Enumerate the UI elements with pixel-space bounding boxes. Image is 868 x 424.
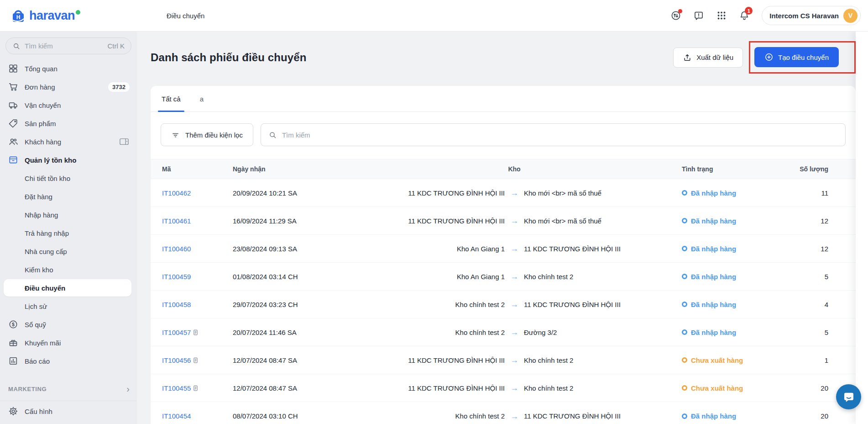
table-row[interactable]: IT10045512/07/2024 08:47 SA11 KDC TRƯƠNG… [151, 374, 856, 402]
status-badge: Đã nhập hàng [682, 217, 773, 225]
truck-icon [8, 100, 18, 110]
panel-icon[interactable] [119, 137, 130, 146]
table-row[interactable]: IT10045829/07/2024 03:23 CHKho chính tes… [151, 291, 856, 318]
table-row[interactable]: IT10045901/08/2024 03:14 CHKho An Giang … [151, 263, 856, 291]
sidebar-item-8[interactable]: Nhập hàng [0, 206, 137, 224]
warehouse-route: Kho chính test 2→11 KDC TRƯƠNG ĐÌNH HỘI … [347, 412, 682, 420]
report-icon [8, 356, 18, 366]
transfer-code-link[interactable]: IT100459 [162, 273, 191, 281]
status-ring-icon [682, 413, 687, 419]
transfer-code-link[interactable]: IT100461 [162, 217, 191, 225]
chevron-right-icon: › [126, 384, 130, 393]
count-badge: 3732 [108, 82, 130, 92]
table-search-box[interactable] [261, 123, 846, 146]
tab-0[interactable]: Tất cả [161, 86, 182, 111]
warehouse-from: Kho An Giang 1 [347, 245, 507, 253]
quantity: 5 [773, 329, 828, 336]
sidebar-item-0[interactable]: Tổng quan [0, 59, 137, 78]
export-button[interactable]: Xuất dữ liệu [673, 48, 743, 68]
status-badge: Đã nhập hàng [682, 245, 773, 253]
apps-grid-button[interactable] [712, 6, 731, 25]
sidebar-item-1[interactable]: Đơn hàng3732 [0, 78, 137, 96]
feedback-button[interactable] [690, 6, 708, 25]
sidebar-item-15[interactable]: Khuyến mãi [0, 334, 137, 352]
warehouse-route: Kho chính test 2→11 KDC TRƯƠNG ĐÌNH HỘI … [347, 300, 682, 308]
sidebar-item-9[interactable]: Trả hàng nhập [0, 224, 137, 242]
sidebar-item-16[interactable]: Báo cáo [0, 352, 137, 370]
sidebar-item-14[interactable]: $Sổ quỹ [0, 315, 137, 334]
grid-icon [8, 64, 18, 74]
table-header: Mã Ngày nhận Kho Tình trạng Số lượng [151, 159, 856, 179]
account-name: Intercom CS Haravan [769, 12, 839, 20]
inventory-icon [8, 155, 18, 165]
create-transfer-button[interactable]: Tạo điều chuyển [754, 47, 839, 67]
sidebar-item-settings[interactable]: Cấu hình [0, 402, 137, 420]
sidebar-item-10[interactable]: Nhà cung cấp [0, 242, 137, 260]
warehouse-from: 11 KDC TRƯƠNG ĐÌNH HỘI III [347, 217, 507, 225]
sidebar-item-label: Nhà cung cấp [25, 248, 67, 255]
receive-date: 12/07/2024 08:47 SA [233, 384, 347, 392]
scrollbar-track[interactable] [856, 32, 868, 424]
transfer-list-card: Tất cảa Thêm điều kiện lọc Mã Ngày nhận … [151, 86, 856, 424]
warehouse-route: 11 KDC TRƯƠNG ĐÌNH HỘI III→Kho mới <br> … [347, 189, 682, 197]
sidebar-section-marketing[interactable]: MARKETING › [0, 380, 137, 398]
sidebar-search-input[interactable]: Tìm kiếm Ctrl K [5, 37, 131, 54]
sidebar-item-6[interactable]: Chi tiết tồn kho [0, 169, 137, 187]
table-search-input[interactable] [282, 131, 838, 139]
sidebar-item-label: Kiểm kho [25, 266, 53, 274]
feedback-icon [693, 10, 704, 21]
sidebar-item-7[interactable]: Đặt hàng [0, 187, 137, 206]
chat-smile-icon [842, 390, 856, 404]
arrow-right-icon: → [507, 412, 521, 420]
sidebar-item-3[interactable]: Sản phẩm [0, 114, 137, 132]
sidebar-nav: Tổng quanĐơn hàng3732Vận chuyểnSản phẩmK… [0, 59, 137, 370]
quantity: 1 [773, 356, 828, 364]
warehouse-to: 11 KDC TRƯƠNG ĐÌNH HỘI III [521, 245, 682, 253]
document-icon [192, 357, 199, 364]
sidebar-item-label: Đơn hàng [25, 83, 55, 91]
page-title: Danh sách phiếu điều chuyển [151, 51, 306, 64]
sidebar-divider [0, 401, 137, 401]
sidebar-item-4[interactable]: Khách hàng [0, 132, 137, 151]
add-filter-button[interactable]: Thêm điều kiện lọc [161, 123, 253, 146]
sidebar-item-12[interactable]: Điều chuyển [4, 279, 131, 297]
intercom-chat-button[interactable] [836, 384, 861, 409]
status-badge: Đã nhập hàng [682, 273, 773, 281]
transfer-code-link[interactable]: IT100458 [162, 301, 191, 308]
notifications-button[interactable]: 1 [735, 6, 753, 25]
warehouse-route: 11 KDC TRƯƠNG ĐÌNH HỘI III→Kho mới <br> … [347, 217, 682, 225]
table-row[interactable]: IT10046116/09/2024 11:29 SA11 KDC TRƯƠNG… [151, 207, 856, 235]
transfer-code-link[interactable]: IT100457 [162, 329, 191, 336]
sidebar-item-11[interactable]: Kiểm kho [0, 260, 137, 279]
table-row[interactable]: IT10046023/08/2024 09:13 SAKho An Giang … [151, 235, 856, 263]
tab-1[interactable]: a [199, 86, 204, 111]
table-row[interactable]: IT10045612/07/2024 08:47 SA11 KDC TRƯƠNG… [151, 346, 856, 374]
sidebar-item-label: Khách hàng [25, 138, 61, 146]
avatar: V [843, 9, 858, 23]
quantity: 4 [773, 301, 828, 308]
brand-logo[interactable]: H haravan [10, 7, 137, 24]
sidebar-item-5[interactable]: Quản lý tồn kho [0, 151, 137, 169]
warehouse-from: 11 KDC TRƯƠNG ĐÌNH HỘI III [347, 356, 507, 364]
main-content: Danh sách phiếu điều chuyển Xuất dữ liệu… [137, 32, 868, 424]
transfer-code-link[interactable]: IT100460 [162, 245, 191, 253]
sidebar-search-placeholder: Tìm kiếm [25, 42, 104, 50]
sync-history-button[interactable] [667, 6, 685, 25]
sidebar-item-2[interactable]: Vận chuyển [0, 96, 137, 114]
sidebar-item-label: Sổ quỹ [25, 321, 46, 329]
quantity: 12 [773, 217, 828, 225]
cash-icon: $ [8, 319, 18, 329]
transfer-code-link[interactable]: IT100462 [162, 189, 191, 197]
account-menu[interactable]: Intercom CS Haravan V [762, 6, 861, 25]
transfer-code-link[interactable]: IT100454 [162, 412, 191, 420]
users-icon [8, 137, 18, 147]
transfer-code-link[interactable]: IT100456 [162, 356, 191, 364]
sidebar-item-13[interactable]: Lịch sử [0, 297, 137, 315]
table-row[interactable]: IT10046220/09/2024 10:21 SA11 KDC TRƯƠNG… [151, 179, 856, 207]
warehouse-route: 11 KDC TRƯƠNG ĐÌNH HỘI III→Kho chính tes… [347, 384, 682, 392]
receive-date: 29/07/2024 03:23 CH [233, 301, 347, 308]
transfer-code-link[interactable]: IT100455 [162, 384, 191, 392]
table-row[interactable]: IT10045720/07/2024 11:46 SAKho chính tes… [151, 318, 856, 346]
warehouse-to: Kho mới <br> mã số thuế [521, 189, 682, 197]
table-row[interactable]: IT10045408/07/2024 03:10 CHKho chính tes… [151, 402, 856, 424]
